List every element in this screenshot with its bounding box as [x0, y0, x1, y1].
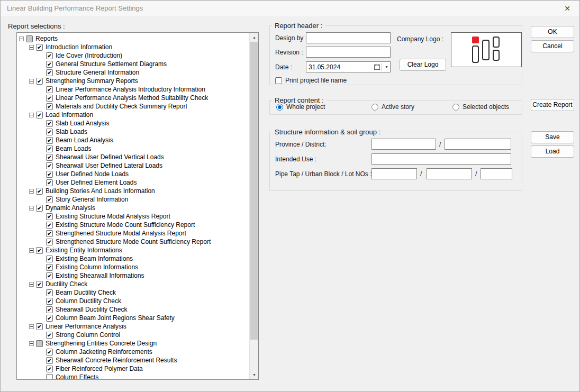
- tree-item[interactable]: ✔ Shearwall User Defined Vertical Loads: [17, 153, 249, 161]
- tree-item-checkbox[interactable]: ✔: [46, 154, 53, 161]
- tree-item-checkbox[interactable]: ✔: [36, 112, 43, 118]
- tree-item-checkbox[interactable]: ✔: [46, 349, 53, 355]
- tree-item[interactable]: ✔ Ductility Check: [17, 280, 249, 288]
- tree-item-checkbox[interactable]: ✔: [46, 103, 53, 110]
- tree-item[interactable]: ✔ Fiber Reinforced Polymer Data: [17, 364, 249, 373]
- expander-minus-icon[interactable]: [29, 341, 34, 346]
- tree-item-checkbox[interactable]: ✔: [46, 179, 53, 186]
- tree-item-checkbox[interactable]: ✔: [46, 162, 53, 169]
- tree-item[interactable]: ✔ Linear Performance Analysis: [17, 322, 249, 331]
- tree-item-checkbox[interactable]: ✔: [36, 188, 43, 195]
- scroll-up-icon[interactable]: ▲: [250, 33, 259, 42]
- tree-item[interactable]: ✔ Beam Load Analysis: [17, 136, 249, 144]
- tree-item-checkbox[interactable]: ✔: [46, 289, 53, 296]
- date-input[interactable]: 31.05.2024 ▼: [306, 61, 391, 72]
- load-button[interactable]: Load: [531, 145, 574, 158]
- radio-active-story[interactable]: Active story: [371, 103, 414, 111]
- cancel-button[interactable]: Cancel: [531, 40, 574, 52]
- province-field[interactable]: [371, 139, 436, 150]
- tree-item-checkbox[interactable]: ✔: [46, 306, 53, 313]
- tree-item[interactable]: ✔ Shearwall Ductility Check: [17, 305, 249, 314]
- tree-item-checkbox[interactable]: ✔: [46, 52, 53, 59]
- tree-item[interactable]: ✔ Introduction Information: [17, 43, 249, 51]
- tree-item-checkbox[interactable]: ✔: [46, 298, 53, 305]
- tree-item[interactable]: ✔ Shearwall User Defined Lateral Loads: [17, 161, 249, 170]
- tree-item[interactable]: ✔ Column Beam Joint Regions Shear Safety: [17, 314, 249, 322]
- print-project-checkbox[interactable]: [275, 77, 282, 84]
- tree-item-checkbox[interactable]: ✔: [36, 323, 43, 330]
- tree-item-checkbox[interactable]: ✔: [46, 256, 53, 262]
- tree-item[interactable]: ✔ General Structure Settlement Diagrams: [17, 60, 249, 68]
- tree-item[interactable]: ✔ Strong Column Control: [17, 331, 249, 339]
- tree-item[interactable]: ✔ User Defined Element Loads: [17, 178, 249, 187]
- tree-item-checkbox[interactable]: ✔: [46, 61, 53, 68]
- expander-minus-icon[interactable]: [29, 248, 34, 253]
- expander-minus-icon[interactable]: [19, 37, 24, 41]
- tree-item-checkbox[interactable]: ✔: [46, 222, 53, 229]
- tree-item-checkbox[interactable]: ✔: [46, 230, 53, 237]
- tree-item[interactable]: ✔ Strengthened Structure Mode Count Suff…: [17, 238, 249, 246]
- tree-item[interactable]: ✔ Shearwall Concrete Reinforcement Resul…: [17, 356, 249, 364]
- tree-item-checkbox[interactable]: ✔: [46, 357, 53, 364]
- tree-item-checkbox[interactable]: ✔: [46, 196, 53, 203]
- tree-item[interactable]: ✔ Dynamic Analysis: [17, 204, 249, 212]
- tree-item[interactable]: ✔ Strengthening Summary Reports: [17, 77, 249, 85]
- tree-item[interactable]: ✔ Linear Performance Analysis Method Sui…: [17, 94, 249, 102]
- tree-item-checkbox[interactable]: [46, 374, 53, 379]
- lot-nos-field[interactable]: [481, 168, 512, 179]
- tree-item[interactable]: ✔ Existing Entity Informations: [17, 246, 249, 254]
- tree-item[interactable]: ✔ Ide Cover (Introduction): [17, 51, 249, 60]
- tree-item-checkbox[interactable]: ✔: [46, 86, 53, 93]
- tree-item[interactable]: Reports: [17, 34, 249, 43]
- tree-item-checkbox[interactable]: ✔: [46, 315, 53, 322]
- urban-block-field[interactable]: [427, 168, 472, 179]
- tree-item[interactable]: ✔ Story General Information: [17, 195, 249, 204]
- tree-item-checkbox[interactable]: ✔: [46, 145, 53, 152]
- tree-item-checkbox[interactable]: ✔: [36, 44, 43, 51]
- tree-item-checkbox[interactable]: [26, 35, 33, 42]
- tree-item[interactable]: Column Effects: [17, 373, 249, 379]
- tree-item-checkbox[interactable]: ✔: [46, 332, 53, 339]
- tree-item[interactable]: ✔ Existing Shearwall Informations: [17, 271, 249, 280]
- pipe-tap-field[interactable]: [371, 168, 417, 179]
- create-report-button[interactable]: Create Report: [531, 99, 574, 111]
- tree-item-checkbox[interactable]: [36, 340, 43, 347]
- tree-item-checkbox[interactable]: ✔: [46, 95, 53, 102]
- tree-item-checkbox[interactable]: ✔: [46, 171, 53, 178]
- expander-minus-icon[interactable]: [29, 189, 34, 194]
- expander-minus-icon[interactable]: [29, 113, 34, 117]
- tree-item-checkbox[interactable]: ✔: [46, 264, 53, 271]
- tree-item-checkbox[interactable]: ✔: [36, 247, 43, 254]
- scrollbar-thumb[interactable]: [250, 42, 258, 340]
- design-by-field[interactable]: [306, 32, 391, 43]
- tree-item[interactable]: ✔ Slab Loads: [17, 127, 249, 136]
- tree-item-checkbox[interactable]: ✔: [46, 213, 53, 220]
- tree-item[interactable]: ✔ User Defined Node Loads: [17, 170, 249, 178]
- expander-minus-icon[interactable]: [29, 282, 34, 287]
- expander-minus-icon[interactable]: [29, 79, 34, 84]
- calendar-icon[interactable]: [373, 64, 380, 70]
- tree-item[interactable]: ✔ Existing Structure Mode Count Sufficie…: [17, 221, 249, 229]
- date-dropdown-icon[interactable]: ▼: [383, 65, 390, 69]
- tree-item[interactable]: ✔ Existing Beam Informations: [17, 254, 249, 263]
- tree-item-checkbox[interactable]: ✔: [46, 239, 53, 245]
- tree-item[interactable]: ✔ Existing Structure Modal Analysis Repo…: [17, 212, 249, 221]
- tree-item[interactable]: ✔ Beam Loads: [17, 144, 249, 153]
- expander-minus-icon[interactable]: [29, 324, 34, 329]
- tree-item[interactable]: ✔ Materials and Ductility Check Summary …: [17, 102, 249, 111]
- scroll-down-icon[interactable]: ▼: [250, 370, 259, 379]
- tree-item[interactable]: ✔ Building Stories And Loads Information: [17, 187, 249, 195]
- tree-item-checkbox[interactable]: ✔: [46, 129, 53, 135]
- tree-item[interactable]: ✔ Column Jacketing Reinforcements: [17, 348, 249, 356]
- tree-item-checkbox[interactable]: ✔: [36, 78, 43, 85]
- tree-item[interactable]: ✔ Column Ductility Check: [17, 297, 249, 305]
- clear-logo-button[interactable]: Clear Logo: [400, 59, 446, 71]
- tree-item-checkbox[interactable]: ✔: [46, 137, 53, 144]
- tree-item-checkbox[interactable]: ✔: [46, 272, 53, 279]
- tree-item-checkbox[interactable]: ✔: [36, 205, 43, 212]
- tree-item[interactable]: ✔ Slab Load Analysis: [17, 119, 249, 127]
- tree-item[interactable]: ✔ Load Information: [17, 111, 249, 119]
- radio-whole-project[interactable]: Whole project: [276, 103, 325, 111]
- intended-use-field[interactable]: [371, 153, 511, 165]
- tree-scrollbar[interactable]: ▲ ▼: [249, 33, 258, 379]
